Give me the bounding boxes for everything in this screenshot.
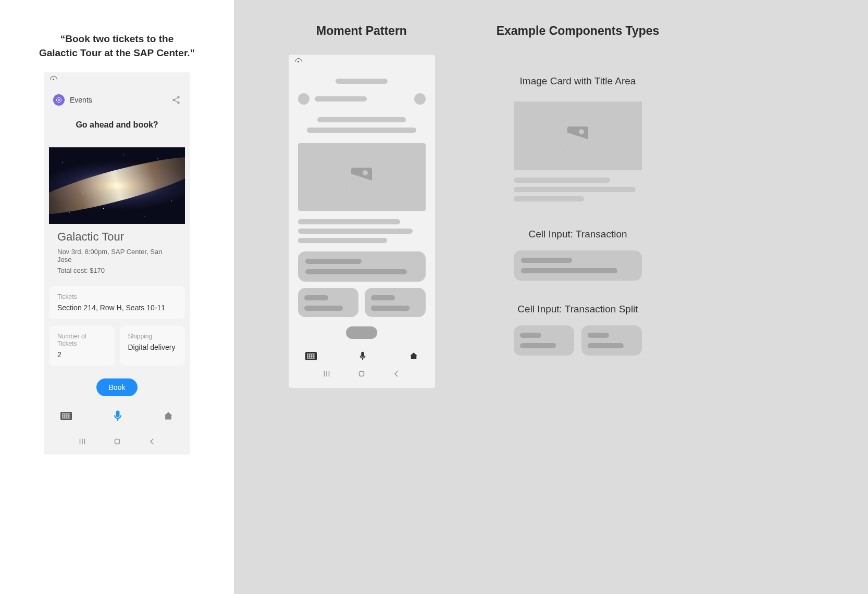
cell-split-heading: Cell Input: Transaction Split [489, 304, 666, 315]
image-placeholder [514, 102, 642, 170]
svg-point-2 [177, 96, 180, 99]
cell-transaction-example [514, 250, 642, 281]
svg-rect-11 [115, 439, 119, 444]
wf-title-area [289, 117, 435, 133]
split-row: Number of Tickets 2 Shipping Digital del… [49, 325, 185, 366]
tickets-label: Tickets [57, 293, 177, 300]
placeholder-bar [514, 196, 584, 201]
moment-pattern-col: Moment Pattern [286, 24, 437, 388]
svg-point-4 [177, 102, 180, 104]
back-icon[interactable] [147, 437, 157, 446]
tickets-value: Section 214, Row H, Seats 10-11 [57, 304, 177, 312]
placeholder-bar [298, 219, 400, 224]
placeholder-bar [304, 306, 343, 311]
image-icon [351, 168, 372, 186]
placeholder-bar [315, 96, 367, 102]
wf-transaction-cell [298, 251, 426, 282]
wf-assistant-bar [289, 343, 435, 364]
share-icon[interactable] [171, 95, 181, 105]
recents-icon [322, 369, 331, 378]
placeholder-bar [514, 178, 610, 183]
microphone-icon [357, 350, 368, 362]
qty-value: 2 [57, 350, 106, 359]
home-icon [409, 351, 418, 361]
event-title: Galactic Tour [49, 230, 185, 244]
ship-value: Digital delivery [128, 343, 177, 351]
placeholder-bar [298, 238, 388, 243]
ship-label: Shipping [128, 333, 177, 340]
placeholder-bar [521, 268, 617, 273]
event-cost: Total cost: $170 [49, 267, 185, 274]
android-home-icon [357, 369, 366, 378]
qty-cell[interactable]: Number of Tickets 2 [49, 325, 115, 366]
cell-split-example [514, 325, 642, 356]
placeholder-bar [588, 333, 609, 338]
event-card: Galactic Tour Nov 3rd, 8:00pm, SAP Cente… [49, 147, 185, 274]
android-home-icon[interactable] [113, 437, 122, 446]
qty-label: Number of Tickets [57, 333, 106, 347]
back-icon [392, 369, 401, 378]
placeholder-bar [588, 343, 624, 348]
svg-point-3 [172, 99, 175, 102]
microphone-icon[interactable] [110, 409, 125, 423]
event-image [49, 147, 185, 224]
placeholder-circle [414, 93, 426, 105]
wf-nav-bar [289, 364, 435, 383]
placeholder-bar [521, 258, 572, 263]
placeholder-bar [336, 79, 388, 84]
wifi-icon [50, 75, 57, 83]
placeholder-bar [520, 333, 541, 338]
header-left: Events [53, 94, 92, 106]
quote-line2: Galactic Tour at the SAP Center.” [0, 46, 234, 60]
assistant-bar [44, 400, 190, 432]
svg-point-1 [58, 99, 60, 101]
home-icon[interactable] [163, 411, 173, 421]
wf-split-cell [365, 288, 426, 317]
status-bar [44, 75, 190, 85]
wf-split-row [298, 288, 426, 317]
android-nav-bar [44, 432, 190, 454]
keyboard-icon[interactable] [60, 412, 72, 420]
wf-text-lines [298, 219, 426, 243]
wifi-icon [295, 58, 302, 65]
split-cell [581, 325, 642, 356]
svg-line-5 [175, 98, 177, 99]
event-subtitle: Nov 3rd, 8:00pm, SAP Center, San Jose [49, 248, 185, 263]
book-button[interactable]: Book [96, 378, 138, 396]
recents-icon[interactable] [78, 437, 87, 446]
wireframe-phone [289, 55, 435, 388]
wf-status-bar [289, 58, 435, 67]
wf-header-left [298, 93, 367, 105]
wf-image-placeholder [298, 143, 426, 211]
category-label: Events [70, 96, 92, 104]
example-components-col: Example Components Types Image Card with… [489, 24, 666, 356]
placeholder-circle [298, 93, 309, 105]
image-card-heading: Image Card with Title Area [489, 75, 666, 87]
wf-button-placeholder [346, 326, 377, 339]
header-row: Events [44, 85, 190, 115]
placeholder-bar [304, 295, 328, 300]
svg-line-6 [175, 100, 177, 102]
wf-header-row [289, 84, 435, 105]
svg-point-0 [57, 98, 61, 103]
example-components-title: Example Components Types [489, 24, 666, 38]
cell-transaction-heading: Cell Input: Transaction [489, 229, 666, 240]
image-icon [567, 127, 588, 145]
placeholder-bar [371, 306, 410, 311]
image-card-example [514, 102, 642, 201]
ship-cell[interactable]: Shipping Digital delivery [120, 325, 185, 366]
placeholder-bar [298, 229, 413, 234]
placeholder-bar [514, 187, 636, 192]
left-panel: “Book two tickets to the Galactic Tour a… [0, 0, 234, 594]
placeholder-bar [305, 259, 362, 264]
phone-mockup: Events Go ahead and book? Galactic Tour … [44, 72, 190, 454]
placeholder-bar [317, 117, 406, 122]
wf-top-bar [289, 79, 435, 84]
svg-rect-16 [359, 372, 364, 376]
quote-text: “Book two tickets to the Galactic Tour a… [0, 32, 234, 60]
tickets-cell[interactable]: Tickets Section 214, Row H, Seats 10-11 [49, 286, 185, 319]
placeholder-bar [371, 295, 395, 300]
title-lines [514, 178, 642, 201]
wf-split-cell [298, 288, 359, 317]
quote-line1: “Book two tickets to the [0, 32, 234, 46]
